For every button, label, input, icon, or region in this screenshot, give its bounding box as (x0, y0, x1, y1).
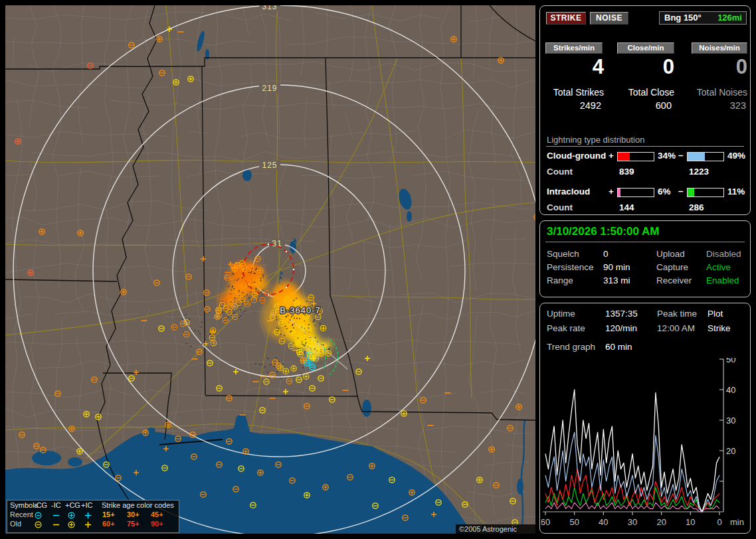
divider (545, 242, 745, 242)
ic-minus-bar (687, 188, 724, 197)
trend-series-total (545, 390, 719, 512)
ic-plus-bar (617, 188, 654, 197)
plus-sign: + (609, 151, 614, 161)
uptime-label: Uptime (547, 309, 575, 319)
trend-graph[interactable]: 203040506050403020100min (541, 358, 750, 532)
strike-mode-button[interactable]: STRIKE (546, 12, 586, 25)
cg-minus-percent: 49% (727, 151, 745, 161)
minus-sign: − (678, 187, 684, 196)
legend-age-code: 60+ (102, 520, 115, 528)
svg-text:30: 30 (726, 416, 735, 425)
plus-sign: + (609, 187, 614, 196)
status-value: Disabled (706, 249, 741, 259)
total-strikes-value: 2492 (545, 100, 601, 111)
svg-text:50: 50 (569, 517, 579, 527)
minus-sign: − (678, 151, 684, 161)
cg-plus-bar (617, 152, 654, 161)
svg-text:50: 50 (726, 358, 735, 364)
ic-minus-percent: 11% (727, 187, 745, 196)
peak-time-value: 12:00 AM (657, 323, 695, 333)
status-key: Range (547, 275, 573, 285)
legend-age-code: 15+ (102, 510, 115, 518)
plot-type-value: Strike (708, 323, 731, 333)
peak-rate-value: 120/min (605, 323, 637, 333)
legend-age-code: 45+ (151, 510, 163, 518)
lightning-map[interactable]: 31321912531 B-3640-7 Symbols-CG-IC+CG+IC… (5, 5, 535, 534)
svg-text:40: 40 (726, 385, 735, 395)
ic-minus-count: 286 (689, 202, 704, 212)
status-value: 313 mi (603, 275, 630, 285)
legend-cp-icon (67, 520, 76, 529)
datetime-display: 3/10/2026 1:50:00 AM (547, 225, 659, 238)
status-key: Upload (656, 249, 685, 259)
status-key: Squelch (547, 249, 579, 259)
cg-minus-count: 1223 (689, 167, 709, 177)
status-value: 0 (603, 249, 609, 259)
peak-time-label: Peak time (657, 309, 697, 319)
divider (546, 146, 744, 147)
close-per-min-value: 0 (617, 55, 674, 79)
plot-label: Plot (708, 309, 723, 319)
svg-text:20: 20 (726, 446, 735, 456)
strikes-per-min-button[interactable]: Strikes/min (545, 42, 603, 54)
svg-text:60: 60 (541, 517, 550, 527)
cloud-ground-label: Cloud-ground (547, 151, 606, 161)
legend-col-header: +CG (65, 501, 80, 509)
legend-col-header: -IC (51, 501, 61, 509)
cg-minus-bar (687, 152, 724, 161)
legend-age-code: 75+ (127, 520, 140, 528)
trend-graph-label: Trend graph (547, 342, 595, 352)
copyright-text: ©2005 Astrogenic Systems (456, 524, 535, 534)
total-close-label: Total Close (617, 87, 674, 98)
nexstorm-app: 31321912531 B-3640-7 Symbols-CG-IC+CG+IC… (0, 0, 756, 539)
trend-series-pos-ic (545, 502, 719, 512)
status-key: Capture (656, 262, 688, 272)
legend-col-header: +IC (81, 501, 92, 509)
noise-mode-button[interactable]: NOISE (590, 12, 628, 25)
legend-age-code: 30+ (127, 510, 140, 518)
svg-text:313: 313 (262, 5, 277, 11)
symbol-legend: Symbols-CG-IC+CG+ICStrike age color code… (7, 500, 179, 533)
noises-per-min-button[interactable]: Noises/min (692, 42, 747, 54)
close-per-min-button[interactable]: Close/min (617, 42, 674, 54)
intracloud-label: Intracloud (547, 187, 590, 196)
count-label: Count (547, 202, 573, 212)
status-panel: 3/10/2026 1:50:00 AM Squelch0UploadDisab… (539, 220, 751, 297)
legend-row-label: Old (10, 520, 21, 528)
svg-text:219: 219 (262, 84, 277, 93)
noises-per-min-value: 0 (692, 55, 747, 79)
legend-age-code: 90+ (151, 520, 163, 528)
total-noises-value: 323 (692, 100, 746, 111)
cg-plus-percent: 34% (658, 151, 676, 161)
bearing-distance: 126mi (717, 12, 742, 24)
strike-stats-panel: STRIKE NOISE Bng 150° 126mi Strikes/min … (539, 5, 751, 215)
storm-cell-label: B-3640-7 (280, 305, 320, 315)
distribution-title: Lightning type distribution (547, 135, 644, 145)
cg-plus-count: 839 (619, 167, 634, 177)
legend-cm-icon (34, 511, 43, 520)
svg-text:10: 10 (686, 517, 695, 527)
svg-text:40: 40 (599, 517, 608, 527)
total-close-value: 600 (617, 100, 672, 111)
bearing-label: Bng 150° (664, 12, 702, 24)
legend-cp-icon (67, 511, 76, 520)
trend-graph-window: 60 min (605, 342, 632, 352)
ic-plus-percent: 6% (658, 187, 671, 196)
legend-m-icon (52, 520, 60, 529)
legend-p-icon (84, 511, 92, 520)
status-value: Enabled (706, 275, 739, 285)
svg-text:min: min (730, 517, 744, 527)
status-value: 90 min (603, 262, 630, 272)
legend-row-label: Recent (10, 510, 33, 518)
legend-age-title: Strike age color codes (102, 501, 174, 509)
status-value: Active (706, 262, 731, 272)
total-strikes-label: Total Strikes (545, 87, 604, 98)
svg-text:0: 0 (717, 517, 721, 527)
bearing-display: Bng 150° 126mi (659, 11, 747, 25)
legend-m-icon (52, 511, 60, 520)
total-noises-label: Total Noises (692, 87, 747, 98)
intracloud-row: Intracloud + 6% − 11% (540, 187, 750, 198)
cloud-ground-row: Cloud-ground + 34% − 49% (540, 151, 750, 163)
strikes-per-min-value: 4 (545, 55, 604, 79)
peak-rate-label: Peak rate (547, 323, 585, 333)
